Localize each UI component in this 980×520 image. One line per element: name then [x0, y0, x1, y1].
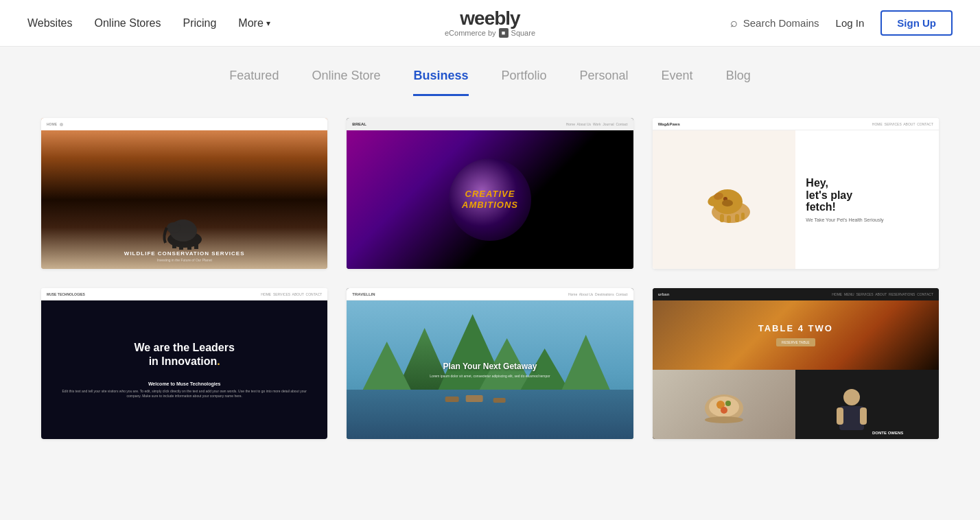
svg-point-12 [722, 200, 733, 206]
travel-subtitle: Lorem ipsum dolor sit amet, consectetur … [430, 374, 550, 378]
svg-point-2 [167, 222, 180, 233]
svg-rect-15 [735, 214, 739, 222]
logo[interactable]: weebly eCommerce by ■ Square [445, 9, 535, 38]
template-preview-creative: BREAL Home About Us Work Journal Contact… [347, 118, 633, 269]
svg-rect-5 [187, 243, 191, 250]
muse-sub-text: Edit this text and tell your site visito… [55, 389, 314, 399]
svg-rect-26 [466, 395, 483, 402]
svg-rect-27 [493, 398, 506, 403]
svg-point-33 [705, 416, 743, 423]
tab-online-store[interactable]: Online Store [312, 69, 380, 96]
nav-online-stores[interactable]: Online Stores [95, 17, 161, 29]
template-preview-wag: Wag&Paws HOME SERVICES ABOUT CONTACT [653, 118, 939, 269]
muse-nav-brand: MUSE TECHNOLOGIES [47, 292, 85, 296]
template-card-wag[interactable]: Wag&Paws HOME SERVICES ABOUT CONTACT [653, 118, 939, 269]
login-button[interactable]: Log In [836, 17, 865, 29]
svg-rect-3 [172, 240, 176, 248]
svg-rect-13 [720, 214, 724, 222]
tab-portfolio[interactable]: Portfolio [502, 69, 547, 96]
urban-nav-brand: urban [658, 292, 670, 296]
search-domains-button[interactable]: ⌕ Search Domains [730, 16, 819, 30]
tab-business[interactable]: Business [413, 69, 468, 96]
nav-websites[interactable]: Websites [27, 17, 73, 29]
template-grid-section: HOME [0, 96, 980, 461]
wag-nav-brand: Wag&Paws [658, 122, 680, 126]
tab-event[interactable]: Event [662, 69, 693, 96]
template-card-wildlife[interactable]: HOME [41, 118, 327, 269]
template-card-travel[interactable]: TRAVELLIN Home About Us Destinations Con… [347, 288, 633, 439]
svg-rect-37 [860, 407, 867, 425]
template-tabs: Featured Online Store Business Portfolio… [229, 69, 750, 96]
nav-more[interactable]: More ▾ [238, 17, 270, 29]
nav-pricing[interactable]: Pricing [183, 17, 216, 29]
svg-rect-18 [347, 390, 633, 439]
svg-point-31 [725, 401, 731, 406]
template-preview-wildlife: HOME [41, 118, 327, 269]
puppy-illustration [690, 174, 758, 226]
tab-personal[interactable]: Personal [580, 69, 629, 96]
signup-button[interactable]: Sign Up [880, 10, 953, 36]
header: Websites Online Stores Pricing More ▾ we… [0, 0, 980, 47]
logo-tagline: eCommerce by ■ Square [445, 28, 535, 38]
muse-headline: We are the Leadersin Innovation. [134, 341, 234, 367]
wildlife-title: WILDLIFE CONSERVATION SERVICES [41, 250, 327, 257]
svg-point-32 [721, 407, 727, 414]
wildlife-subtitle: Investing in the Future of Our Planet [41, 258, 327, 262]
svg-rect-6 [194, 241, 198, 249]
person-illustration [831, 387, 872, 435]
template-preview-urban: urban HOME MENU SERVICES ABOUT RESERVATI… [653, 288, 939, 439]
creative-nav-brand: BREAL [352, 122, 366, 126]
tab-featured[interactable]: Featured [229, 69, 279, 96]
svg-point-34 [843, 389, 860, 405]
travel-nav-brand: TRAVELLIN [352, 292, 375, 296]
main-nav: Websites Online Stores Pricing More ▾ [27, 17, 270, 29]
square-icon: ■ [499, 28, 509, 38]
template-card-urban[interactable]: urban HOME MENU SERVICES ABOUT RESERVATI… [653, 288, 939, 439]
travel-headline: Plan Your Next Getaway [430, 362, 550, 371]
elephant-illustration [157, 209, 212, 250]
svg-rect-25 [445, 397, 459, 402]
template-card-creative[interactable]: BREAL Home About Us Work Journal Contact… [347, 118, 633, 269]
template-preview-muse: MUSE TECHNOLOGIES HOME SERVICES ABOUT CO… [41, 288, 327, 439]
urban-person-name: DONTE OWENS [872, 431, 903, 435]
wag-headline: Hey,let's playfetch! [806, 177, 929, 213]
svg-rect-4 [179, 243, 183, 250]
header-actions: ⌕ Search Domains Log In Sign Up [730, 10, 953, 36]
tab-blog[interactable]: Blog [726, 69, 751, 96]
svg-rect-36 [837, 407, 843, 425]
svg-rect-14 [727, 215, 731, 223]
urban-cta: RESERVE TABLE [776, 338, 815, 346]
creative-orb: CREATIVEAMBITIONS [449, 158, 531, 241]
muse-sub-title: Welcome to Muse Technologies [55, 381, 314, 386]
tabs-section: Featured Online Store Business Portfolio… [0, 47, 980, 96]
wag-subtitle: We Take Your Pet's Health Seriously [806, 217, 929, 222]
food-illustration [697, 384, 751, 425]
creative-title: CREATIVEAMBITIONS [462, 189, 518, 210]
urban-title: TABLE 4 TWO [758, 324, 833, 333]
chevron-down-icon: ▾ [266, 19, 270, 28]
logo-wordmark: weebly [445, 9, 535, 28]
search-icon: ⌕ [730, 16, 738, 30]
template-preview-travel: TRAVELLIN Home About Us Destinations Con… [347, 288, 633, 439]
template-grid: HOME [41, 118, 939, 439]
template-card-muse[interactable]: MUSE TECHNOLOGIES HOME SERVICES ABOUT CO… [41, 288, 327, 439]
svg-rect-16 [741, 213, 745, 220]
